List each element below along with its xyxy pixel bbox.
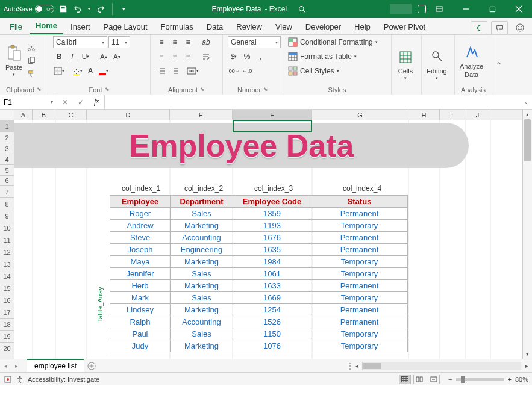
zoom-out-icon[interactable]: − [448, 376, 452, 383]
table-cell[interactable]: 1633 [233, 280, 311, 292]
table-cell[interactable]: Accounting [171, 316, 233, 328]
table-cell[interactable]: Permanent [311, 232, 408, 244]
tab-data[interactable]: Data [201, 19, 229, 34]
scroll-right-icon[interactable]: ▸ [521, 363, 532, 369]
vertical-scrollbar[interactable]: ▴ ▾ [522, 110, 532, 359]
grid[interactable]: Employee Data Table_Array col_index_1 co… [14, 120, 522, 359]
row-header[interactable]: 18 [0, 319, 14, 331]
close-icon[interactable] [505, 0, 532, 18]
format-painter-icon[interactable] [25, 68, 37, 80]
undo-dropdown-icon[interactable]: ▾ [87, 4, 92, 14]
table-cell[interactable]: Lindsey [110, 304, 171, 316]
table-cell[interactable]: Sales [171, 328, 233, 340]
font-size-combo[interactable]: 11▾ [108, 36, 130, 48]
row-header[interactable]: 7 [0, 186, 14, 198]
format-as-table-button[interactable]: Format as Table▾ [288, 51, 357, 63]
table-cell[interactable]: 1526 [233, 316, 311, 328]
hscroll-thumb[interactable] [363, 363, 381, 369]
tab-file[interactable]: File [4, 19, 28, 34]
table-cell[interactable]: Steve [110, 232, 171, 244]
name-box[interactable]: F1▾ [0, 95, 57, 109]
accounting-icon[interactable]: $▾ [228, 51, 240, 63]
align-left-icon[interactable]: ≡ [155, 51, 167, 63]
tab-review[interactable]: Review [230, 19, 268, 34]
qat-customize-icon[interactable]: ▾ [119, 4, 130, 14]
paste-button[interactable]: Paste ▾ [5, 45, 23, 77]
increase-font-icon[interactable]: A▴ [98, 51, 110, 63]
horizontal-scrollbar[interactable]: ◂ ▸ [351, 362, 532, 370]
cell-styles-button[interactable]: Cell Styles▾ [288, 65, 339, 77]
merge-icon[interactable]: ▾ [187, 65, 199, 77]
table-cell[interactable]: Temporary [311, 220, 408, 232]
collapse-ribbon-icon[interactable]: ⌃ [492, 35, 505, 95]
tab-power-pivot[interactable]: Power Pivot [378, 19, 431, 34]
zoom-in-icon[interactable]: + [508, 376, 512, 383]
table-cell[interactable]: Herb [110, 280, 171, 292]
editing-button[interactable]: Editing▾ [427, 48, 447, 81]
zoom-level[interactable]: 80% [515, 376, 528, 383]
sheet-nav-prev-icon[interactable]: ◂ [0, 363, 11, 369]
underline-icon[interactable]: U▾ [80, 51, 92, 63]
share-button[interactable] [471, 21, 487, 34]
percent-icon[interactable]: % [241, 51, 253, 63]
orientation-icon[interactable]: ab [200, 36, 212, 48]
comma-icon[interactable]: , [254, 51, 266, 63]
table-cell[interactable]: Andrew [110, 220, 171, 232]
dialog-launcher-icon[interactable]: ⬊ [200, 86, 205, 93]
table-cell[interactable]: 1150 [233, 328, 311, 340]
table-cell[interactable]: Permanent [311, 304, 408, 316]
increase-indent-icon[interactable] [169, 65, 181, 77]
table-cell[interactable]: Maya [110, 256, 171, 268]
decrease-decimal-icon[interactable]: ←.0 [241, 65, 253, 77]
column-header[interactable]: F [233, 110, 312, 120]
smiley-feedback-icon[interactable] [512, 21, 528, 34]
font-color-dropdown[interactable]: ▾ [98, 65, 110, 77]
accessibility-status[interactable]: Accessibility: Investigate [28, 376, 99, 383]
autosave-toggle[interactable]: AutoSave Off [4, 5, 54, 13]
redo-icon[interactable] [95, 4, 106, 14]
accessibility-icon[interactable] [16, 375, 24, 384]
align-right-icon[interactable]: ≡ [182, 51, 194, 63]
select-all-triangle[interactable] [0, 110, 14, 120]
table-cell[interactable]: 1669 [233, 292, 311, 304]
table-cell[interactable]: Temporary [311, 256, 408, 268]
column-headers[interactable]: ABCDEFGHIJ [14, 110, 522, 120]
table-cell[interactable]: Temporary [311, 340, 408, 352]
column-header[interactable]: D [87, 110, 170, 120]
table-cell[interactable]: 1635 [233, 244, 311, 256]
row-header[interactable]: 14 [0, 270, 14, 282]
macro-record-icon[interactable] [4, 375, 12, 384]
zoom-control[interactable]: − + 80% [448, 376, 528, 383]
column-header[interactable]: B [33, 110, 55, 120]
table-cell[interactable]: Mark [110, 292, 171, 304]
analyze-data-button[interactable]: Analyze Data [460, 43, 483, 78]
fill-color-icon[interactable]: ▾ [71, 65, 83, 77]
wrap-text-icon[interactable] [200, 51, 212, 63]
align-bottom-icon[interactable]: ≡ [182, 36, 194, 48]
table-cell[interactable]: Temporary [311, 292, 408, 304]
table-cell[interactable]: Marketing [171, 280, 233, 292]
align-top-icon[interactable]: ≡ [155, 36, 167, 48]
table-cell[interactable]: Judy [110, 340, 171, 352]
table-cell[interactable]: Marketing [171, 304, 233, 316]
cut-icon[interactable] [25, 42, 37, 54]
table-cell[interactable]: 1061 [233, 268, 311, 280]
row-header[interactable]: 3 [0, 143, 14, 154]
copy-icon[interactable] [25, 55, 37, 67]
tab-help[interactable]: Help [348, 19, 377, 34]
dialog-launcher-icon[interactable]: ⬊ [263, 86, 268, 93]
borders-icon[interactable]: ▾ [53, 65, 65, 77]
table-cell[interactable]: Sales [171, 208, 233, 220]
ribbon-display-icon[interactable] [426, 0, 452, 18]
scroll-down-icon[interactable]: ▾ [523, 349, 532, 359]
row-header[interactable]: 8 [0, 198, 14, 210]
decrease-indent-icon[interactable] [155, 65, 167, 77]
dialog-launcher-icon[interactable]: ⬊ [37, 86, 42, 93]
align-center-icon[interactable]: ≡ [169, 51, 181, 63]
column-header[interactable]: I [440, 110, 465, 120]
table-cell[interactable]: Marketing [171, 340, 233, 352]
row-header[interactable]: 19 [0, 331, 14, 343]
dialog-launcher-icon[interactable]: ⬊ [105, 86, 110, 93]
row-header[interactable]: 5 [0, 165, 14, 176]
row-header[interactable]: 20 [0, 343, 14, 355]
